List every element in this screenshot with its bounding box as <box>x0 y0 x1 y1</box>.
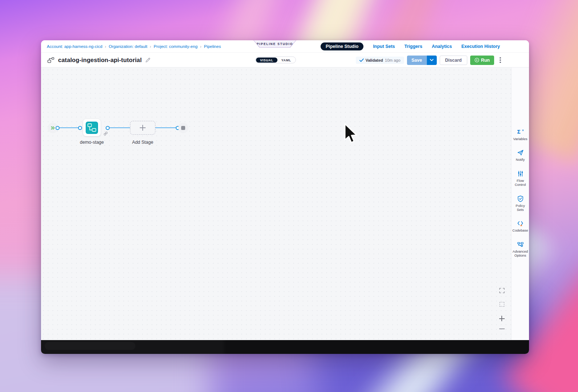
pipeline-canvas[interactable]: demo-stage Add Stage <box>41 68 529 340</box>
studio-nav-tabs: Pipeline Studio Input Sets Triggers Anal… <box>321 40 500 53</box>
breadcrumb-separator: › <box>200 44 202 49</box>
sidebar-item-policy-sets[interactable]: Policy Sets <box>512 195 529 212</box>
top-bar: Account: app-harness-ng-cicd › Organizat… <box>41 40 529 53</box>
sidebar-item-notify[interactable]: Notify <box>512 149 529 162</box>
fullscreen-button[interactable] <box>497 287 506 294</box>
sidebar-item-label: Advanced Options <box>512 249 529 258</box>
toggle-visual[interactable]: VISUAL <box>256 57 277 62</box>
fit-view-button[interactable] <box>497 302 506 307</box>
page-title: catalog-ingestion-api-tutorial <box>58 57 142 64</box>
save-options-button[interactable] <box>427 56 437 65</box>
check-icon <box>359 58 364 62</box>
zoom-out-icon <box>499 326 505 331</box>
pipeline-studio-badge-label: PIPELINE STUDIO <box>254 40 296 47</box>
sidebar-item-label: Codebase <box>512 228 529 232</box>
connector-point[interactable] <box>56 126 60 130</box>
zoom-in-button[interactable] <box>497 316 506 321</box>
more-options-kebab-icon[interactable] <box>498 56 503 64</box>
breadcrumb-pipelines-link[interactable]: Pipelines <box>204 44 221 49</box>
policy-sets-icon <box>517 195 524 202</box>
stop-square-icon <box>181 126 185 130</box>
stage-label: demo-stage <box>80 140 104 145</box>
sidebar-item-advanced-options[interactable]: Advanced Options <box>512 241 529 258</box>
notify-icon <box>517 149 524 156</box>
visual-yaml-toggle: VISUAL YAML <box>255 57 296 64</box>
validation-time: 10m ago <box>385 58 400 62</box>
toggle-yaml[interactable]: YAML <box>277 57 295 62</box>
pipeline-header: catalog-ingestion-api-tutorial VISUAL YA… <box>41 53 529 68</box>
pipeline-end-node <box>178 123 188 133</box>
sidebar-item-codebase[interactable]: Codebase <box>512 220 529 232</box>
breadcrumb-project-link[interactable]: Project: community-eng <box>154 44 198 49</box>
tab-execution-history[interactable]: Execution History <box>461 44 500 49</box>
header-actions: Validated 10m ago Save Discard Run <box>356 53 503 68</box>
validation-status: Validated 10m ago <box>356 57 404 64</box>
add-stage-button[interactable] <box>130 121 155 135</box>
zoom-out-button[interactable] <box>497 326 506 331</box>
zoom-in-icon <box>499 316 505 321</box>
variables-icon: Σx <box>517 128 524 135</box>
stage-demo-stage[interactable] <box>83 119 101 136</box>
sidebar-item-label: Variables <box>512 137 529 141</box>
bottom-bar-highlight <box>45 342 135 350</box>
fullscreen-icon <box>499 287 505 294</box>
validation-label: Validated <box>366 58 383 62</box>
pipeline-studio-badge: PIPELINE STUDIO <box>253 40 296 48</box>
chevron-down-icon <box>430 59 434 61</box>
breadcrumb: Account: app-harness-ng-cicd › Organizat… <box>47 44 221 49</box>
studio-right-sidebar: Σx Variables Notify Flow Control Policy … <box>511 68 529 340</box>
connector-point[interactable] <box>78 126 82 130</box>
custom-stage-icon <box>86 122 98 134</box>
breadcrumb-separator: › <box>105 44 106 49</box>
pipeline-edge <box>60 127 78 128</box>
codebase-icon <box>517 220 524 227</box>
add-stage-label: Add Stage <box>132 140 153 145</box>
sidebar-item-label: Flow Control <box>512 179 529 187</box>
save-button[interactable]: Save <box>407 56 427 65</box>
advanced-options-icon <box>517 241 524 248</box>
run-button[interactable]: Run <box>470 56 494 65</box>
stage-link-icon <box>103 131 108 136</box>
breadcrumb-separator: › <box>150 44 151 49</box>
pipeline-icon <box>47 56 55 64</box>
fit-view-icon <box>500 302 504 307</box>
breadcrumb-account-link[interactable]: Account: app-harness-ng-cicd <box>47 44 102 49</box>
sidebar-item-variables[interactable]: Σx Variables <box>512 128 529 141</box>
tab-triggers[interactable]: Triggers <box>404 44 422 49</box>
connector-point[interactable] <box>106 126 110 130</box>
tab-analytics[interactable]: Analytics <box>432 44 452 49</box>
run-label: Run <box>481 58 490 63</box>
plus-icon <box>140 125 146 131</box>
start-play-icon <box>51 126 55 130</box>
pipeline-studio-window: Account: app-harness-ng-cicd › Organizat… <box>41 40 529 354</box>
sidebar-item-label: Notify <box>512 158 529 162</box>
save-split-button: Save <box>407 56 437 65</box>
run-play-icon <box>475 58 479 62</box>
sidebar-item-label: Policy Sets <box>512 204 529 212</box>
tab-input-sets[interactable]: Input Sets <box>373 44 395 49</box>
flow-control-icon <box>517 170 524 177</box>
discard-button[interactable]: Discard <box>440 56 467 65</box>
breadcrumb-organization-link[interactable]: Organization: default <box>109 44 147 49</box>
tab-pipeline-studio[interactable]: Pipeline Studio <box>321 42 363 50</box>
edit-pencil-icon[interactable] <box>145 57 151 63</box>
bottom-dark-bar <box>41 340 529 354</box>
sidebar-item-flow-control[interactable]: Flow Control <box>512 170 529 187</box>
